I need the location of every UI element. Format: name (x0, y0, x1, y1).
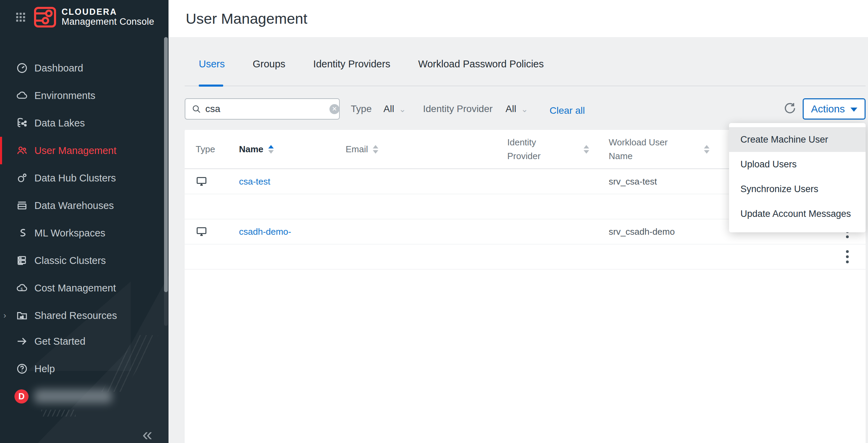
tab-groups[interactable]: Groups (253, 58, 285, 79)
cost-cloud-icon: $ (16, 282, 28, 294)
sidebar-item-data-lakes[interactable]: Data Lakes (0, 109, 164, 137)
user-profile[interactable]: D (0, 383, 164, 410)
decorative-hatch-2 (41, 410, 76, 417)
clear-all-link[interactable]: Clear all (550, 105, 585, 116)
search-icon (192, 104, 201, 114)
idp-filter-label: Identity Provider (423, 103, 492, 114)
brand-text: CLOUDERA Management Console (62, 7, 154, 27)
type-filter-select[interactable]: All⌄ (383, 103, 406, 114)
tab-identity-providers[interactable]: Identity Providers (313, 58, 390, 79)
menu-item-create-machine-user[interactable]: Create Machine User (729, 127, 866, 152)
sidebar-item-user-management[interactable]: User Management (0, 137, 164, 164)
svg-text:$: $ (21, 287, 23, 291)
type-filter-label: Type (351, 103, 372, 114)
page-header: User Management (169, 0, 868, 37)
user-name-redacted (34, 389, 112, 403)
app-switcher-icon[interactable] (16, 13, 25, 22)
user-name-link[interactable]: csa-test (239, 176, 346, 187)
data-hub-icon (16, 172, 28, 184)
sort-icons-email[interactable] (373, 145, 378, 154)
shared-folder-icon (16, 310, 28, 321)
users-icon (16, 145, 28, 156)
page-title: User Management (186, 10, 307, 27)
col-header-name[interactable]: Name (239, 144, 346, 155)
expand-chevron-icon[interactable]: › (3, 311, 6, 320)
sidebar-item-classic-clusters[interactable]: Classic Clusters (0, 247, 164, 274)
arrow-right-icon (16, 335, 28, 347)
help-icon (16, 363, 28, 375)
col-header-email[interactable]: Email (346, 144, 507, 155)
cloudera-logo-icon[interactable] (34, 7, 56, 27)
main-area: User Management Users Groups Identity Pr… (169, 0, 868, 443)
cloud-icon (16, 90, 28, 101)
dashboard-icon (16, 62, 28, 74)
menu-item-synchronize-users[interactable]: Synchronize Users (729, 177, 866, 201)
idp-filter-select[interactable]: All⌄ (506, 103, 528, 114)
sidebar-item-data-warehouses[interactable]: Data Warehouses (0, 192, 164, 219)
data-lake-icon (16, 117, 28, 129)
tab-divider (185, 86, 866, 86)
machine-user-icon (196, 226, 239, 237)
sidebar-item-dashboard[interactable]: Dashboard (0, 54, 164, 82)
table-row-redacted (185, 244, 866, 269)
col-header-type[interactable]: Type (196, 144, 239, 155)
search-box: ✕ (185, 98, 340, 120)
chevron-down-icon: ⌄ (521, 104, 528, 114)
sort-icons-workload[interactable] (704, 145, 709, 154)
sidebar-item-data-hub-clusters[interactable]: Data Hub Clusters (0, 164, 164, 192)
active-tab-indicator (199, 85, 223, 87)
tab-workload-password-policies[interactable]: Workload Password Policies (418, 58, 544, 79)
sidebar-item-shared-resources[interactable]: › Shared Resources (0, 302, 164, 329)
sidebar-item-get-started[interactable]: Get Started (0, 328, 164, 355)
sidebar-item-environments[interactable]: Environments (0, 82, 164, 109)
logo-row: CLOUDERA Management Console (0, 0, 169, 34)
tab-bar: Users Groups Identity Providers Workload… (199, 58, 544, 79)
row-actions-kebab-icon[interactable] (843, 248, 852, 265)
ml-icon (16, 227, 28, 239)
sort-icons-idp[interactable] (584, 145, 589, 154)
actions-dropdown-menu: Create Machine User Upload Users Synchro… (729, 123, 866, 232)
col-header-identity-provider[interactable]: Identity Provider (507, 135, 609, 163)
sidebar-footer: Get Started Help D (0, 328, 164, 410)
menu-item-upload-users[interactable]: Upload Users (729, 152, 866, 177)
content-area: Users Groups Identity Providers Workload… (169, 37, 868, 443)
machine-user-icon (196, 176, 239, 187)
user-name-link[interactable]: csadh-demo- (239, 226, 346, 237)
sidebar-scrollbar-thumb[interactable] (164, 37, 168, 292)
sidebar-item-ml-workspaces[interactable]: ML Workspaces (0, 219, 164, 247)
caret-down-icon (850, 108, 857, 112)
avatar[interactable]: D (14, 389, 29, 403)
brand-name: CLOUDERA (62, 7, 154, 17)
sidebar-item-cost-management[interactable]: $ Cost Management (0, 274, 164, 302)
rack-icon (16, 255, 28, 266)
sidebar-item-help[interactable]: Help (0, 355, 164, 383)
sidebar-collapse-icon[interactable]: « (142, 425, 152, 443)
menu-item-update-account-messages[interactable]: Update Account Messages (729, 201, 866, 226)
warehouse-icon (16, 200, 28, 211)
brand-product: Management Console (62, 17, 154, 27)
actions-button[interactable]: Actions (803, 98, 866, 120)
tab-users[interactable]: Users (199, 58, 225, 79)
chevron-down-icon: ⌄ (399, 104, 406, 114)
sidebar-nav: Dashboard Environments Data Lakes (0, 54, 164, 329)
sidebar: CLOUDERA Management Console Dashboard En… (0, 0, 169, 443)
refresh-icon[interactable] (783, 102, 797, 115)
sort-icons-name[interactable] (268, 145, 274, 154)
search-input[interactable] (205, 103, 329, 114)
filter-row: ✕ Type All⌄ Identity Provider All⌄ Clear… (185, 98, 866, 120)
clear-search-icon[interactable]: ✕ (329, 104, 339, 114)
